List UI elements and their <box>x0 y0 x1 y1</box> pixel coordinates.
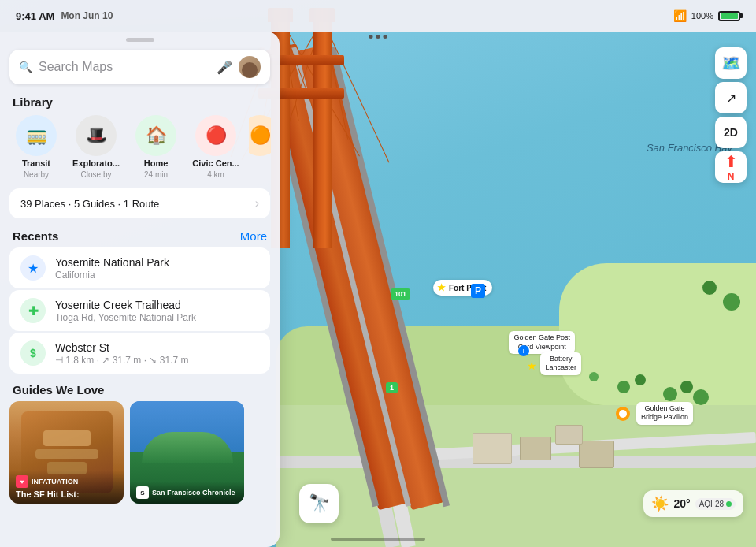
view-mode-label: 2D <box>724 126 738 139</box>
aqi-label: AQI <box>699 500 713 508</box>
search-placeholder[interactable]: Search Maps <box>39 60 210 74</box>
dot-1 <box>369 35 373 39</box>
guides-row: ♥ INFATUATION The SF Hit List: S San Fra… <box>0 401 280 504</box>
status-left: 9:41 AM Mon Jun 10 <box>16 10 113 22</box>
map-controls: 🗺️ ↗ 2D ⬆ N <box>715 47 747 183</box>
home-sublabel: 24 min <box>144 170 168 179</box>
map-view-button[interactable]: 🗺️ <box>715 47 747 79</box>
pavilion-marker <box>616 407 630 421</box>
more-button[interactable]: More <box>240 229 267 243</box>
battery-lancaster-label: Battery Lancaster <box>540 352 581 375</box>
three-dots-menu[interactable] <box>369 35 387 39</box>
yosemite-park-icon: ★ <box>20 255 46 281</box>
exploratorium-sublabel: Close by <box>81 170 112 179</box>
webster-sub: ⊣ 1.8 km · ↗ 31.7 m · ↘ 31.7 m <box>55 355 259 366</box>
mic-icon[interactable]: 🎤 <box>217 60 232 75</box>
battery-icon: 100% <box>691 11 713 20</box>
bottom-controls: 🔭 <box>299 484 339 523</box>
dot-2 <box>376 35 380 39</box>
binoculars-icon: 🔭 <box>309 493 330 514</box>
view-mode-2d-button[interactable]: 2D <box>715 117 747 148</box>
avatar[interactable] <box>239 56 261 78</box>
library-item-transit[interactable]: 🚃 Transit Nearby <box>9 115 63 179</box>
yosemite-creek-icon: ✚ <box>20 298 46 323</box>
library-summary[interactable]: 39 Places · 5 Guides · 1 Route › <box>9 188 270 218</box>
compass-needle-icon: ⬆ <box>724 152 738 171</box>
status-bar: 9:41 AM Mon Jun 10 📶 100% <box>0 0 756 32</box>
guide-source-infatuation: ♥ INFATUATION <box>16 475 117 488</box>
weather-widget[interactable]: ☀️ 20° AQI 28 <box>643 490 743 517</box>
search-icon: 🔍 <box>19 61 32 73</box>
transit-sublabel: Nearby <box>24 170 49 179</box>
aqi-badge: AQI 28 <box>695 498 736 510</box>
aqi-value: 28 <box>715 500 724 508</box>
avatar-image <box>239 56 261 78</box>
webster-name: Webster St <box>55 341 259 354</box>
infatuation-title: The SF Hit List: <box>16 489 117 499</box>
exploratorium-label: Explorato... <box>72 158 120 168</box>
yosemite-park-sub: California <box>55 270 259 281</box>
transit-icon: 🚃 <box>16 115 57 156</box>
parking-marker: P <box>471 284 485 298</box>
weather-temp: 20° <box>673 497 690 510</box>
library-item-civic[interactable]: 🔴 Civic Cen... 4 km <box>189 115 243 179</box>
info-marker-ggpostcard: i <box>518 345 529 356</box>
library-item-more[interactable]: 🟠 <box>249 115 271 179</box>
yosemite-creek-info: Yosemite Creek Trailhead Tioga Rd, Yosem… <box>55 299 259 323</box>
yosemite-creek-sub: Tioga Rd, Yosemite National Park <box>55 312 259 323</box>
sfchronicle-name: San Francisco Chronicle <box>152 489 235 497</box>
more-icon: 🟠 <box>249 115 271 156</box>
recent-item-yosemite-park[interactable]: ★ Yosemite National Park California <box>9 247 270 288</box>
status-date: Mon Jun 10 <box>61 10 113 21</box>
chevron-right-icon: › <box>255 196 259 210</box>
battery-indicator <box>718 11 740 21</box>
guide-card-sfchronicle[interactable]: S San Francisco Chronicle <box>130 401 244 504</box>
binoculars-button[interactable]: 🔭 <box>299 484 339 523</box>
search-panel: 🔍 Search Maps 🎤 Library 🚃 Transit Nearby… <box>0 32 280 547</box>
guide-card-infatuation[interactable]: ♥ INFATUATION The SF Hit List: <box>9 401 124 504</box>
webster-icon: $ <box>20 340 46 366</box>
look-around-button[interactable]: ↗ <box>715 82 747 113</box>
status-time: 9:41 AM <box>16 10 54 22</box>
transit-label: Transit <box>22 158 50 168</box>
search-bar[interactable]: 🔍 Search Maps 🎤 <box>9 50 270 84</box>
yosemite-park-name: Yosemite National Park <box>55 256 259 269</box>
yosemite-park-info: Yosemite National Park California <box>55 256 259 281</box>
battery-lancaster-star: ★ <box>527 359 537 372</box>
search-container: 🔍 Search Maps 🎤 <box>0 45 280 91</box>
wifi-icon: 📶 <box>673 9 687 22</box>
recent-item-yosemite-creek[interactable]: ✚ Yosemite Creek Trailhead Tioga Rd, Yos… <box>9 290 270 331</box>
compass-button[interactable]: ⬆ N <box>715 151 747 183</box>
library-summary-text: 39 Places · 5 Guides · 1 Route <box>20 198 159 210</box>
webster-info: Webster St ⊣ 1.8 km · ↗ 31.7 m · ↘ 31.7 … <box>55 341 259 366</box>
guide-overlay-sfchronicle: S San Francisco Chronicle <box>130 482 244 504</box>
guide-overlay-infatuation: ♥ INFATUATION The SF Hit List: <box>9 471 124 504</box>
highway-1-badge: 1 <box>386 382 398 393</box>
status-right: 📶 100% <box>673 9 740 22</box>
guide-source-sfchronicle: S San Francisco Chronicle <box>136 486 238 499</box>
library-icons-row: 🚃 Transit Nearby 🎩 Explorato... Close by… <box>0 112 280 185</box>
library-item-exploratorium[interactable]: 🎩 Explorato... Close by <box>69 115 123 179</box>
dot-3 <box>384 35 387 39</box>
infatuation-icon: ♥ <box>16 475 28 488</box>
civic-icon: 🔴 <box>195 115 236 156</box>
civic-label: Civic Cen... <box>192 158 239 168</box>
yosemite-creek-name: Yosemite Creek Trailhead <box>55 299 259 311</box>
recents-header: Recents More <box>0 225 280 246</box>
library-item-home[interactable]: 🏠 Home 24 min <box>129 115 183 179</box>
gg-pavilion-label: Golden Gate Bridge Pavilion <box>636 402 693 425</box>
highway-101-badge: 101 <box>391 288 410 300</box>
guides-header: Guides We Love <box>0 375 280 401</box>
library-header: Library <box>0 91 280 112</box>
weather-sun-icon: ☀️ <box>651 495 669 512</box>
recents-title: Recents <box>13 229 58 243</box>
exploratorium-icon: 🎩 <box>76 115 117 156</box>
civic-sublabel: 4 km <box>207 170 224 179</box>
aqi-dot-indicator <box>726 501 732 507</box>
panel-handle[interactable] <box>126 38 154 42</box>
home-icon: 🏠 <box>135 115 176 156</box>
recent-item-webster[interactable]: $ Webster St ⊣ 1.8 km · ↗ 31.7 m · ↘ 31.… <box>9 333 270 374</box>
home-label: Home <box>144 158 169 168</box>
sfchronicle-icon: S <box>136 486 149 499</box>
home-indicator[interactable] <box>331 538 425 541</box>
